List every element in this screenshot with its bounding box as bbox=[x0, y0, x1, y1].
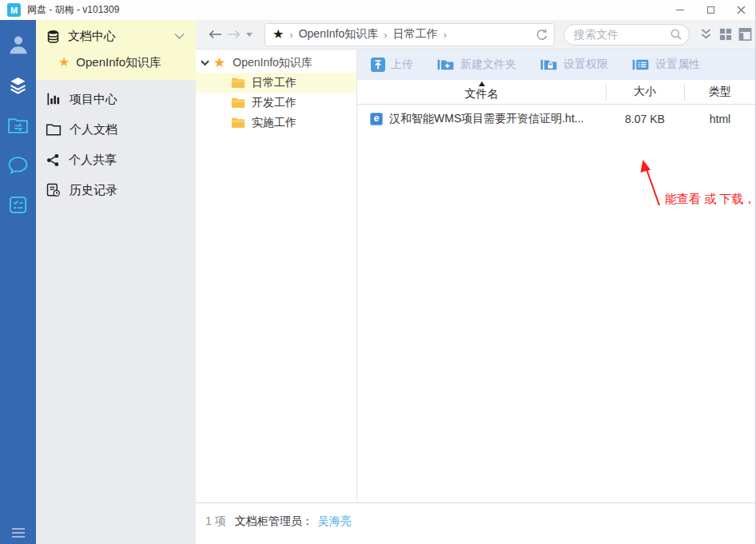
tree-root-openinfo-kb[interactable]: ★ OpenInfo知识库 bbox=[196, 53, 356, 73]
tree-item-daily-work[interactable]: 日常工作 bbox=[196, 73, 356, 93]
admin-label: 文档柜管理员： bbox=[235, 514, 313, 529]
tasks-rail-button[interactable] bbox=[0, 185, 36, 224]
upload-icon bbox=[371, 58, 385, 72]
chat-bubble-icon bbox=[7, 155, 29, 175]
html-file-icon bbox=[370, 113, 383, 125]
chevron-down-icon[interactable] bbox=[174, 33, 185, 40]
upload-button[interactable]: 上传 bbox=[371, 58, 413, 72]
sidebar-item-label: 项目中心 bbox=[70, 92, 117, 107]
folder-icon bbox=[231, 97, 245, 109]
annotation-text: 能查看 或 下载， 归档的知识文件 bbox=[665, 192, 756, 207]
sidebar-item-label: OpenInfo知识库 bbox=[76, 55, 161, 70]
sort-ascending-icon bbox=[479, 81, 485, 86]
rail-menu-button[interactable] bbox=[12, 528, 25, 538]
folder-tree: ★ OpenInfo知识库 日常工作 开发工作 实施工作 bbox=[196, 50, 357, 502]
new-folder-button[interactable]: 新建文件夹 bbox=[437, 58, 516, 72]
bar-chart-icon bbox=[46, 91, 62, 107]
history-icon bbox=[46, 182, 62, 198]
layout-view-button[interactable] bbox=[738, 28, 752, 41]
content-area: ★ › OpenInfo知识库 › 日常工作 › bbox=[196, 20, 756, 544]
toolbar-button-label: 设置权限 bbox=[563, 58, 608, 72]
sidebar-item-document-center[interactable]: 文档中心 bbox=[36, 23, 196, 50]
layers-icon bbox=[7, 74, 29, 96]
tree-item-label: 开发工作 bbox=[252, 96, 296, 110]
breadcrumb[interactable]: ★ › OpenInfo知识库 › 日常工作 › bbox=[265, 23, 555, 46]
collapse-all-button[interactable] bbox=[699, 28, 713, 41]
sidebar-item-label: 个人文档 bbox=[70, 122, 117, 137]
messages-rail-button[interactable] bbox=[0, 145, 36, 185]
user-profile-button[interactable] bbox=[0, 25, 36, 65]
app-logo-icon: M bbox=[7, 3, 21, 17]
document-center-rail-button[interactable] bbox=[0, 65, 36, 105]
close-button[interactable] bbox=[726, 0, 756, 20]
database-icon bbox=[46, 29, 61, 44]
toolbar-button-label: 设置属性 bbox=[655, 58, 700, 72]
file-table-header: 文件名 大小 类型 bbox=[357, 80, 756, 105]
refresh-icon bbox=[535, 28, 549, 42]
file-panel: 上传 新建文件夹 设置权限 设置属性 文件名 bbox=[357, 50, 756, 502]
breadcrumb-item[interactable]: OpenInfo知识库 bbox=[299, 27, 379, 42]
sidebar-item-project-center[interactable]: 项目中心 bbox=[36, 84, 196, 114]
forward-button[interactable] bbox=[225, 25, 244, 44]
status-bar: 1 项 文档柜管理员： 吴海亮 bbox=[196, 502, 756, 544]
tree-item-label: 实施工作 bbox=[252, 116, 296, 130]
permissions-icon bbox=[540, 58, 558, 72]
folder-icon bbox=[231, 77, 245, 89]
sidebar: 文档中心 ★ OpenInfo知识库 项目中心 个人文档 个人共享 bbox=[36, 20, 196, 544]
breadcrumb-item[interactable]: 日常工作 bbox=[393, 27, 438, 42]
chevron-expanded-icon[interactable] bbox=[201, 60, 209, 66]
file-transfer-rail-button[interactable] bbox=[0, 105, 36, 145]
grid-view-button[interactable] bbox=[719, 28, 732, 41]
titlebar: M 网盘 - 胡梅 - v101309 bbox=[0, 0, 756, 20]
sidebar-item-personal-share[interactable]: 个人共享 bbox=[36, 145, 196, 175]
set-properties-button[interactable]: 设置属性 bbox=[632, 58, 700, 72]
column-header-filename[interactable]: 文件名 bbox=[357, 80, 606, 104]
search-box bbox=[563, 24, 690, 46]
history-dropdown-button[interactable] bbox=[244, 25, 255, 44]
search-icon[interactable] bbox=[670, 28, 682, 41]
grid-view-icon bbox=[719, 28, 732, 41]
file-name[interactable]: 汉和智能WMS项目需要开资信证明.ht... bbox=[389, 112, 583, 126]
back-arrow-icon bbox=[208, 29, 222, 40]
column-header-type[interactable]: 类型 bbox=[684, 80, 756, 104]
admin-name-link[interactable]: 吴海亮 bbox=[318, 514, 352, 529]
left-icon-rail bbox=[0, 20, 36, 544]
folder-transfer-icon bbox=[7, 115, 29, 135]
column-label: 类型 bbox=[709, 85, 731, 99]
back-button[interactable] bbox=[205, 25, 225, 44]
sidebar-item-label: 个人共享 bbox=[69, 153, 117, 168]
file-row[interactable]: 汉和智能WMS项目需要开资信证明.ht... 8.07 KB html bbox=[357, 105, 756, 133]
column-header-size[interactable]: 大小 bbox=[606, 80, 684, 104]
sidebar-item-history[interactable]: 历史记录 bbox=[36, 175, 196, 205]
layout-panel-icon bbox=[738, 28, 752, 41]
column-label: 大小 bbox=[634, 85, 656, 99]
breadcrumb-separator: › bbox=[444, 29, 447, 41]
task-list-icon bbox=[7, 194, 29, 216]
sidebar-item-openinfo-kb[interactable]: ★ OpenInfo知识库 bbox=[36, 50, 196, 75]
file-type: html bbox=[684, 113, 756, 125]
set-permissions-button[interactable]: 设置权限 bbox=[540, 58, 608, 72]
document-center-section: 文档中心 ★ OpenInfo知识库 bbox=[36, 20, 196, 80]
maximize-button[interactable] bbox=[695, 0, 726, 20]
sidebar-item-label: 历史记录 bbox=[70, 183, 117, 198]
file-size: 8.07 KB bbox=[606, 113, 684, 125]
double-chevron-down-icon bbox=[699, 28, 713, 41]
folder-icon bbox=[231, 117, 245, 129]
refresh-button[interactable] bbox=[535, 28, 549, 42]
properties-icon bbox=[632, 58, 650, 72]
caret-down-icon bbox=[246, 33, 253, 37]
folder-icon bbox=[46, 122, 62, 137]
tree-item-impl-work[interactable]: 实施工作 bbox=[196, 113, 356, 133]
sidebar-item-personal-docs[interactable]: 个人文档 bbox=[36, 114, 196, 145]
minimize-button[interactable] bbox=[665, 0, 695, 20]
breadcrumb-separator: › bbox=[384, 29, 387, 41]
navigation-bar: ★ › OpenInfo知识库 › 日常工作 › bbox=[196, 20, 756, 50]
favorite-star-icon: ★ bbox=[213, 56, 225, 69]
close-icon bbox=[737, 6, 746, 14]
tree-item-dev-work[interactable]: 开发工作 bbox=[196, 93, 356, 113]
window-title: 网盘 - 胡梅 - v101309 bbox=[27, 3, 119, 17]
share-icon bbox=[46, 153, 61, 168]
breadcrumb-star-icon: ★ bbox=[273, 28, 284, 41]
breadcrumb-separator: › bbox=[289, 29, 292, 41]
app-window: M 网盘 - 胡梅 - v101309 bbox=[0, 0, 756, 544]
